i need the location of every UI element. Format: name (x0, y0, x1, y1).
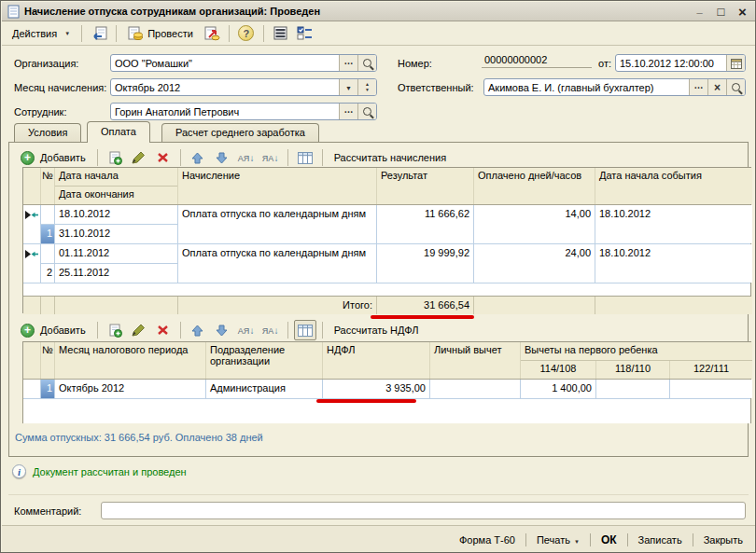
employee-open-button[interactable] (357, 104, 376, 119)
help-button[interactable]: ? (235, 23, 258, 44)
accruals-grid-settings-button[interactable] (294, 147, 316, 168)
unpost-button[interactable] (201, 23, 223, 44)
date-start-value[interactable]: 01.11.2012 (55, 244, 177, 264)
personal-deduction-cell[interactable] (430, 380, 521, 398)
comment-input[interactable] (101, 502, 746, 519)
ndfl-add-button[interactable]: + Добавить (15, 321, 91, 340)
date-input[interactable] (616, 55, 726, 71)
accrual-cell[interactable]: Оплата отпуска по календарным дням (178, 205, 377, 243)
responsible-select-button[interactable] (689, 79, 707, 95)
row-number-cell[interactable]: 1 (41, 205, 55, 243)
accruals-edit-button[interactable] (128, 147, 150, 168)
ndfl-cell[interactable]: 3 935,00 (323, 380, 430, 398)
row-number-cell[interactable]: 2 (41, 244, 55, 283)
row-number[interactable]: 2 (41, 264, 54, 283)
event-date-cell[interactable]: 18.10.2012 (595, 244, 752, 283)
responsible-clear-button[interactable] (707, 79, 726, 95)
ndfl-delete-button[interactable] (152, 320, 175, 340)
date-start-value[interactable]: 18.10.2012 (55, 205, 177, 225)
paid-cell[interactable]: 24,00 (474, 244, 595, 283)
month-input[interactable] (111, 79, 339, 95)
org-open-button[interactable] (357, 55, 376, 71)
ndfl-toolbar: + Добавить (15, 319, 743, 341)
calendar-button[interactable] (726, 55, 745, 71)
month-cell[interactable]: Октябрь 2012 (55, 380, 206, 398)
title-bar[interactable]: Начисление отпуска сотрудникам организац… (2, 2, 756, 21)
org-input[interactable] (111, 55, 339, 71)
ndfl-sort-asc-button[interactable]: АЯ (235, 320, 258, 340)
ok-button[interactable]: ОК (597, 532, 621, 548)
ndfl-copy-button[interactable] (104, 320, 126, 340)
table-row[interactable]: 1 Октябрь 2012 Администрация 3 935,00 1 … (23, 380, 750, 399)
deduction-114-cell[interactable]: 1 400,00 (521, 380, 596, 398)
accruals-add-button[interactable]: + Добавить (15, 148, 91, 168)
tab-avg-earnings[interactable]: Расчет среднего заработка (161, 123, 319, 142)
accruals-move-up-button[interactable] (187, 147, 209, 168)
paid-cell[interactable]: 14,00 (474, 205, 595, 243)
close-form-button[interactable]: Закрыть (700, 532, 747, 547)
employee-select-button[interactable] (339, 104, 357, 119)
minimize-button[interactable] (692, 5, 707, 19)
division-cell[interactable]: Администрация (206, 380, 323, 398)
deduction-118-cell[interactable] (596, 380, 670, 398)
ndfl-grid-settings-button[interactable] (294, 320, 316, 340)
maximize-button[interactable] (713, 5, 729, 19)
close-button[interactable] (735, 5, 750, 19)
event-date-cell[interactable]: 18.10.2012 (595, 205, 752, 243)
table-grid-icon (298, 325, 313, 337)
sort-desc-icon: ЯА (262, 325, 279, 336)
print-button[interactable]: Печать (533, 532, 583, 547)
post-button[interactable]: Провести (122, 23, 199, 44)
calc-ndfl-button[interactable]: Рассчитать НДФЛ (329, 323, 425, 338)
deduction-122-cell[interactable] (670, 380, 752, 398)
ndfl-move-down-button[interactable] (211, 320, 233, 340)
dates-cell[interactable]: 01.11.2012 25.11.2012 (55, 244, 178, 283)
number-value[interactable]: 00000000002 (482, 54, 592, 68)
employee-input[interactable] (111, 104, 339, 119)
accruals-sort-desc-button[interactable]: ЯА (259, 147, 282, 168)
toolbar-separator (180, 322, 181, 339)
settings-list-button[interactable] (294, 23, 316, 44)
table-row[interactable]: 2 01.11.2012 25.11.2012 Оплата отпуска п… (23, 244, 750, 283)
row-number[interactable]: 1 (41, 225, 54, 243)
result-cell[interactable]: 19 999,92 (377, 244, 474, 283)
toolbar-separator (81, 25, 82, 42)
responsible-input[interactable] (484, 79, 689, 95)
month-spinner[interactable]: ▲▼ (357, 79, 376, 95)
actions-menu-button[interactable]: Действия (7, 25, 76, 42)
ndfl-move-up-button[interactable] (187, 320, 209, 340)
tab-payment[interactable]: Оплата (87, 121, 150, 143)
row-number[interactable]: 1 (41, 380, 55, 398)
month-dropdown-button[interactable] (339, 79, 357, 95)
comment-label: Комментарий: (14, 505, 81, 517)
result-cell[interactable]: 11 666,62 (377, 205, 474, 243)
total-label: Итого: (178, 297, 377, 314)
date-end-value[interactable]: 25.11.2012 (55, 264, 177, 283)
org-select-button[interactable] (339, 55, 357, 71)
table-empty-area[interactable] (23, 283, 750, 296)
accruals-sort-asc-button[interactable]: АЯ (235, 147, 258, 168)
dates-cell[interactable]: 18.10.2012 31.10.2012 (55, 205, 178, 243)
accrual-cell[interactable]: Оплата отпуска по календарным дням (178, 244, 377, 283)
write-button[interactable] (88, 23, 110, 44)
accruals-delete-button[interactable] (152, 147, 175, 168)
responsible-open-button[interactable] (726, 79, 745, 95)
accruals-move-down-button[interactable] (211, 147, 233, 168)
month-field[interactable]: ▲▼ (110, 78, 377, 96)
org-field[interactable] (110, 54, 377, 72)
employee-field[interactable] (110, 103, 377, 120)
ndfl-edit-button[interactable] (128, 320, 150, 340)
date-field[interactable] (615, 54, 746, 72)
header-code-118: 118/110 (596, 361, 670, 379)
form-t60-button[interactable]: Форма Т-60 (455, 532, 519, 547)
calc-accruals-button[interactable]: Рассчитать начисления (329, 150, 453, 165)
responsible-field[interactable] (483, 78, 746, 96)
save-button[interactable]: Записать (635, 532, 686, 547)
accruals-copy-button[interactable] (104, 147, 126, 168)
movements-button[interactable] (270, 23, 292, 44)
ndfl-sort-desc-button[interactable]: ЯА (259, 320, 282, 340)
ellipsis-icon (344, 58, 354, 68)
table-row[interactable]: 1 18.10.2012 31.10.2012 Оплата отпуска п… (23, 205, 750, 244)
date-end-value[interactable]: 31.10.2012 (55, 225, 177, 243)
tab-conditions[interactable]: Условия (14, 123, 81, 142)
